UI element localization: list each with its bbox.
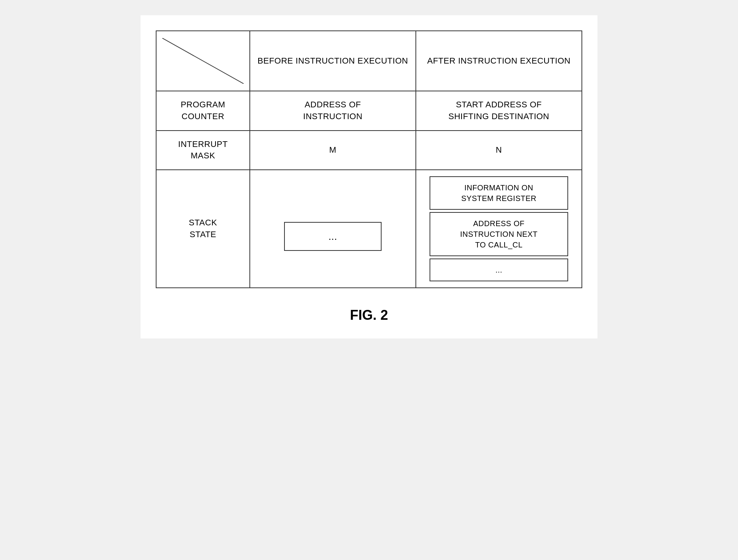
interrupt-mask-row: INTERRUPTMASK M N (156, 131, 582, 170)
figure-caption: FIG. 2 (350, 307, 388, 323)
interrupt-mask-after: N (416, 131, 582, 170)
header-after: AFTER INSTRUCTION EXECUTION (416, 31, 582, 91)
stack-state-before: ... (250, 170, 416, 288)
program-counter-row: PROGRAMCOUNTER ADDRESS OFINSTRUCTION STA… (156, 91, 582, 131)
stack-before-ellipsis: ... (328, 231, 337, 242)
program-counter-after: START ADDRESS OFSHIFTING DESTINATION (416, 91, 582, 131)
stack-after-info-label: INFORMATION ONSYSTEM REGISTER (461, 183, 537, 203)
stack-before-ellipsis-box: ... (284, 222, 382, 251)
svg-line-0 (162, 38, 244, 84)
interrupt-mask-before: M (250, 131, 416, 170)
main-table: BEFORE INSTRUCTION EXECUTION AFTER INSTR… (156, 30, 582, 288)
stack-state-label: STACKSTATE (156, 170, 250, 288)
stack-after-address-box: ADDRESS OFINSTRUCTION NEXTTO CALL_CL (430, 212, 568, 256)
diagonal-header-cell (156, 31, 250, 91)
stack-after-ellipsis: ... (495, 266, 502, 274)
interrupt-mask-label: INTERRUPTMASK (156, 131, 250, 170)
header-before: BEFORE INSTRUCTION EXECUTION (250, 31, 416, 91)
stack-after-address-label: ADDRESS OFINSTRUCTION NEXTTO CALL_CL (460, 219, 538, 249)
stack-after-ellipsis-box: ... (430, 258, 568, 281)
stack-state-row: STACKSTATE ... INFORMATION ONSYSTEM REGI… (156, 170, 582, 288)
program-counter-before: ADDRESS OFINSTRUCTION (250, 91, 416, 131)
header-row: BEFORE INSTRUCTION EXECUTION AFTER INSTR… (156, 31, 582, 91)
stack-after-info-box: INFORMATION ONSYSTEM REGISTER (430, 176, 568, 210)
page-wrapper: BEFORE INSTRUCTION EXECUTION AFTER INSTR… (141, 15, 597, 338)
stack-state-after: INFORMATION ONSYSTEM REGISTER ADDRESS OF… (416, 170, 582, 288)
program-counter-label: PROGRAMCOUNTER (156, 91, 250, 131)
